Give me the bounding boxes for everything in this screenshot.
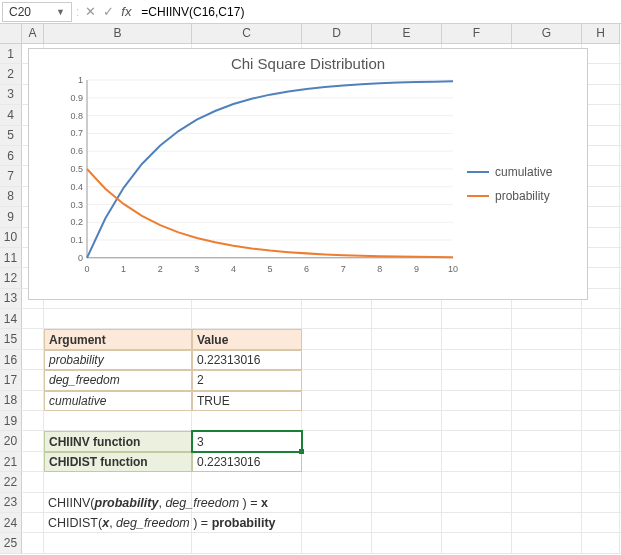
cell-D23[interactable] bbox=[302, 493, 372, 513]
cell-A14[interactable] bbox=[22, 309, 44, 329]
cell-E18[interactable] bbox=[372, 391, 442, 411]
row-header-12[interactable]: 12 bbox=[0, 268, 22, 288]
cell-F19[interactable] bbox=[442, 411, 512, 431]
cell-B15[interactable]: Argument bbox=[44, 329, 192, 349]
cell-B14[interactable] bbox=[44, 309, 192, 329]
cells-region[interactable]: Chi Square Distribution 00.10.20.30.40.5… bbox=[22, 44, 621, 555]
cell-G20[interactable] bbox=[512, 431, 582, 451]
row-header-15[interactable]: 15 bbox=[0, 329, 22, 349]
cell-F18[interactable] bbox=[442, 391, 512, 411]
cell-C16[interactable]: 0.22313016 bbox=[192, 350, 302, 370]
cell-C24[interactable] bbox=[192, 513, 302, 533]
cell-G18[interactable] bbox=[512, 391, 582, 411]
cell-C20[interactable]: 3 bbox=[192, 431, 302, 451]
cell-G19[interactable] bbox=[512, 411, 582, 431]
cell-H14[interactable] bbox=[582, 309, 620, 329]
cell-A25[interactable] bbox=[22, 533, 44, 553]
row-header-4[interactable]: 4 bbox=[0, 105, 22, 125]
cell-B17[interactable]: deg_freedom bbox=[44, 370, 192, 390]
cell-C23[interactable] bbox=[192, 493, 302, 513]
cell-C21[interactable]: 0.22313016 bbox=[192, 452, 302, 472]
cell-A22[interactable] bbox=[22, 472, 44, 492]
row-header-23[interactable]: 23 bbox=[0, 493, 22, 513]
row-header-21[interactable]: 21 bbox=[0, 452, 22, 472]
cell-G17[interactable] bbox=[512, 370, 582, 390]
select-all-corner[interactable] bbox=[0, 24, 22, 44]
cell-E22[interactable] bbox=[372, 472, 442, 492]
cell-E25[interactable] bbox=[372, 533, 442, 553]
column-header-H[interactable]: H bbox=[582, 24, 620, 44]
cell-A15[interactable] bbox=[22, 329, 44, 349]
cell-E16[interactable] bbox=[372, 350, 442, 370]
column-header-A[interactable]: A bbox=[22, 24, 44, 44]
row-header-10[interactable]: 10 bbox=[0, 228, 22, 248]
cell-F25[interactable] bbox=[442, 533, 512, 553]
cell-D15[interactable] bbox=[302, 329, 372, 349]
cancel-icon[interactable]: ✕ bbox=[81, 4, 99, 19]
cell-A17[interactable] bbox=[22, 370, 44, 390]
cell-F24[interactable] bbox=[442, 513, 512, 533]
cell-C18[interactable]: TRUE bbox=[192, 391, 302, 411]
cell-E24[interactable] bbox=[372, 513, 442, 533]
cell-E23[interactable] bbox=[372, 493, 442, 513]
cell-C25[interactable] bbox=[192, 533, 302, 553]
cell-H25[interactable] bbox=[582, 533, 620, 553]
row-header-25[interactable]: 25 bbox=[0, 533, 22, 553]
cell-C19[interactable] bbox=[192, 411, 302, 431]
cell-A16[interactable] bbox=[22, 350, 44, 370]
cell-C15[interactable]: Value bbox=[192, 329, 302, 349]
cell-G21[interactable] bbox=[512, 452, 582, 472]
cell-F23[interactable] bbox=[442, 493, 512, 513]
row-header-17[interactable]: 17 bbox=[0, 370, 22, 390]
cell-D18[interactable] bbox=[302, 391, 372, 411]
cell-D16[interactable] bbox=[302, 350, 372, 370]
cell-H18[interactable] bbox=[582, 391, 620, 411]
cell-D22[interactable] bbox=[302, 472, 372, 492]
cell-G25[interactable] bbox=[512, 533, 582, 553]
cell-H23[interactable] bbox=[582, 493, 620, 513]
row-header-13[interactable]: 13 bbox=[0, 289, 22, 309]
confirm-icon[interactable]: ✓ bbox=[99, 4, 117, 19]
cell-H21[interactable] bbox=[582, 452, 620, 472]
cell-G23[interactable] bbox=[512, 493, 582, 513]
cell-H15[interactable] bbox=[582, 329, 620, 349]
row-header-11[interactable]: 11 bbox=[0, 248, 22, 268]
chevron-down-icon[interactable]: ▼ bbox=[56, 7, 65, 17]
cell-A19[interactable] bbox=[22, 411, 44, 431]
cell-D24[interactable] bbox=[302, 513, 372, 533]
cell-A21[interactable] bbox=[22, 452, 44, 472]
cell-F22[interactable] bbox=[442, 472, 512, 492]
cell-E19[interactable] bbox=[372, 411, 442, 431]
cell-C14[interactable] bbox=[192, 309, 302, 329]
cell-F21[interactable] bbox=[442, 452, 512, 472]
cell-E21[interactable] bbox=[372, 452, 442, 472]
cell-G24[interactable] bbox=[512, 513, 582, 533]
cell-G22[interactable] bbox=[512, 472, 582, 492]
cell-F15[interactable] bbox=[442, 329, 512, 349]
row-header-3[interactable]: 3 bbox=[0, 85, 22, 105]
formula-input[interactable] bbox=[135, 3, 621, 21]
cell-G15[interactable] bbox=[512, 329, 582, 349]
cell-E20[interactable] bbox=[372, 431, 442, 451]
cell-H22[interactable] bbox=[582, 472, 620, 492]
cell-A18[interactable] bbox=[22, 391, 44, 411]
name-box[interactable]: C20 ▼ bbox=[2, 2, 72, 22]
row-header-20[interactable]: 20 bbox=[0, 431, 22, 451]
cell-B20[interactable]: CHIINV function bbox=[44, 431, 192, 451]
cell-D17[interactable] bbox=[302, 370, 372, 390]
row-header-5[interactable]: 5 bbox=[0, 126, 22, 146]
cell-F14[interactable] bbox=[442, 309, 512, 329]
cell-F17[interactable] bbox=[442, 370, 512, 390]
cell-E14[interactable] bbox=[372, 309, 442, 329]
column-header-F[interactable]: F bbox=[442, 24, 512, 44]
row-header-24[interactable]: 24 bbox=[0, 513, 22, 533]
cell-H17[interactable] bbox=[582, 370, 620, 390]
column-header-C[interactable]: C bbox=[192, 24, 302, 44]
cell-F20[interactable] bbox=[442, 431, 512, 451]
row-header-14[interactable]: 14 bbox=[0, 309, 22, 329]
column-header-D[interactable]: D bbox=[302, 24, 372, 44]
row-header-7[interactable]: 7 bbox=[0, 166, 22, 186]
row-header-18[interactable]: 18 bbox=[0, 391, 22, 411]
cell-E15[interactable] bbox=[372, 329, 442, 349]
cell-B23[interactable]: CHIINV(probability, deg_freedom ) = x bbox=[44, 493, 192, 513]
